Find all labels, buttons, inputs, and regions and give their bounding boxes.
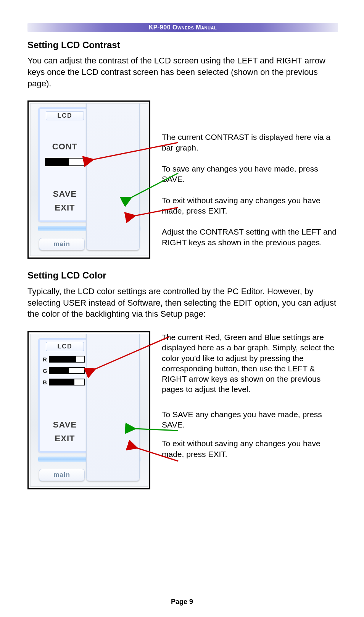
lcd-column-2: LCD R G B SAVE EXIT <box>38 338 92 453</box>
header-title: KP-900 Owners Manual <box>149 24 217 31</box>
callout-color-3: To exit without saving any changes you h… <box>162 438 338 459</box>
heading-color: Setting LCD Color <box>27 269 338 282</box>
label-r: R <box>43 356 47 363</box>
label-exit: EXIT <box>38 202 92 214</box>
figure-color: LCD R G B SAVE EXIT <box>27 331 338 489</box>
lcd-column: LCD CONT SAVE EXIT <box>38 107 92 222</box>
lcd-title: LCD <box>46 111 84 120</box>
lcd-panel-2: LCD R G B SAVE EXIT <box>30 334 148 487</box>
bar-b <box>49 379 85 385</box>
callout-color-1: The current Red, Green and Blue settings… <box>162 332 338 395</box>
contrast-bar <box>45 158 85 166</box>
lcd-panel: LCD CONT SAVE EXIT main page <box>30 103 148 256</box>
callout-contrast-1: The current CONTRAST is displayed here v… <box>162 132 338 153</box>
callout-contrast-3: To exit without saving any changes you h… <box>162 195 338 216</box>
nav-page-button[interactable]: page <box>86 103 140 250</box>
callout-contrast-4: Adjust the CONTRAST setting with the LEF… <box>162 227 338 248</box>
label-save: SAVE <box>38 188 92 200</box>
callouts-contrast: The current CONTRAST is displayed here v… <box>150 100 338 258</box>
heading-contrast: Setting LCD Contrast <box>27 39 338 51</box>
bar-r <box>49 356 85 363</box>
label-exit-2: EXIT <box>38 433 92 444</box>
nav-main-button-2[interactable]: main <box>39 469 85 481</box>
label-b: B <box>43 379 47 386</box>
panel-frame-2: LCD R G B SAVE EXIT <box>27 331 150 489</box>
callout-contrast-2: To save any changes you have made, press… <box>162 164 338 185</box>
label-save-2: SAVE <box>38 419 92 431</box>
intro-color: Typically, the LCD color settings are co… <box>27 286 338 320</box>
label-cont: CONT <box>38 141 92 152</box>
contrast-bar-fill <box>46 159 69 165</box>
bar-g-fill <box>50 368 69 373</box>
bar-r-fill <box>50 356 76 362</box>
nav-main-button[interactable]: main <box>39 238 85 250</box>
figure-contrast: LCD CONT SAVE EXIT main page <box>27 100 338 259</box>
panel-frame: LCD CONT SAVE EXIT main page <box>27 100 150 259</box>
label-g: G <box>43 367 47 375</box>
bar-b-fill <box>50 379 74 385</box>
lcd-title-2: LCD <box>46 342 84 351</box>
bar-g <box>49 367 85 374</box>
nav-page-button-2[interactable]: page <box>86 334 140 481</box>
callouts-color: The current Red, Green and Blue settings… <box>150 331 338 468</box>
page-number: Page 9 <box>0 597 364 606</box>
callout-color-2: To SAVE any changes you have made, press… <box>162 409 338 430</box>
header-bar: KP-900 Owners Manual <box>27 23 338 32</box>
intro-contrast: You can adjust the contrast of the LCD s… <box>27 55 338 89</box>
